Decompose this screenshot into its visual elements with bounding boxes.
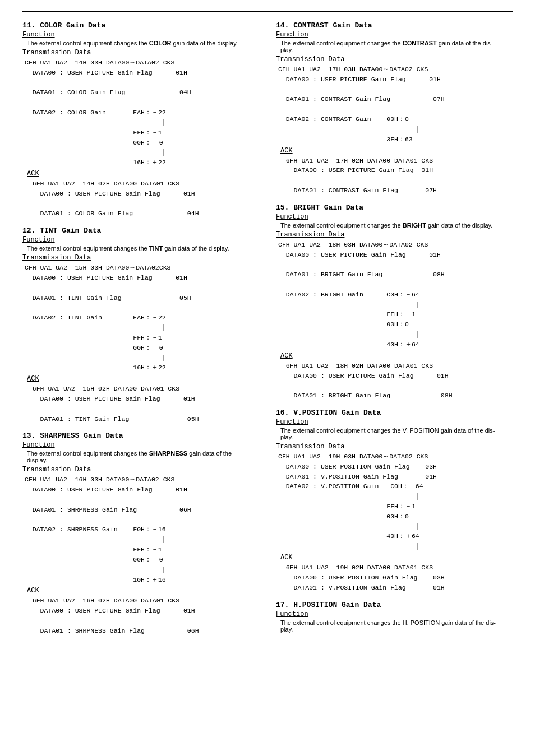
section-15-trans-data: CFH UA1 UA2 18H 03H DATA00～DATA02 CKS DA… bbox=[278, 240, 513, 350]
section-14: 14. CONTRAST Gain Data Function The exte… bbox=[276, 21, 513, 196]
section-15-subtitle: Function bbox=[276, 213, 513, 221]
section-16-trans-data: CFH UA1 UA2 19H 03H DATA00～DATA02 CKS DA… bbox=[278, 452, 513, 551]
section-13-description: The external control equipment changes t… bbox=[27, 450, 259, 463]
section-13-trans-data: CFH UA1 UA2 16H 03H DATA00～DATA02 CKS DA… bbox=[25, 475, 259, 585]
section-14-ack-data: 6FH UA1 UA2 17H 02H DATA00 DATA01 CKS DA… bbox=[278, 156, 513, 196]
section-13-title: 13. SHARPNESS Gain Data bbox=[22, 432, 259, 440]
section-14-ack-label: ACK bbox=[280, 147, 513, 155]
section-12-subtitle: Function bbox=[22, 236, 259, 244]
section-16-ack-label: ACK bbox=[280, 554, 513, 562]
page-divider bbox=[22, 11, 513, 12]
left-column: 11. COLOR Gain Data Function The externa… bbox=[22, 21, 259, 644]
section-14-trans-label: Transmission Data bbox=[276, 55, 513, 63]
right-column: 14. CONTRAST Gain Data Function The exte… bbox=[276, 21, 513, 644]
section-15-trans-label: Transmission Data bbox=[276, 231, 513, 239]
section-16-description: The external control equipment changes t… bbox=[280, 427, 513, 440]
section-11-subtitle: Function bbox=[22, 31, 259, 39]
section-12: 12. TINT Gain Data Function The external… bbox=[22, 226, 259, 424]
section-13-trans-label: Transmission Data bbox=[22, 466, 259, 474]
section-12-trans-data: CFH UA1 UA2 15H 03H DATA00～DATA02CKS DAT… bbox=[25, 263, 259, 373]
section-17-title: 17. H.POSITION Gain Data bbox=[276, 601, 513, 609]
section-17-description: The external control equipment changes t… bbox=[280, 619, 513, 633]
section-11-trans-label: Transmission Data bbox=[22, 49, 259, 57]
section-11-trans-data: CFH UA1 UA2 14H 03H DATA00～DATA02 CKS DA… bbox=[25, 58, 259, 168]
section-15-ack-label: ACK bbox=[280, 352, 513, 360]
section-11-ack-data: 6FH UA1 UA2 14H 02H DATA00 DATA01 CKS DA… bbox=[25, 179, 259, 219]
section-12-title: 12. TINT Gain Data bbox=[22, 226, 259, 235]
section-14-subtitle: Function bbox=[276, 31, 513, 39]
section-15-description: The external control equipment changes t… bbox=[280, 222, 513, 229]
section-11-description: The external control equipment changes t… bbox=[27, 40, 259, 47]
section-15-title: 15. BRIGHT Gain Data bbox=[276, 203, 513, 212]
section-16: 16. V.POSITION Gain Data Function The ex… bbox=[276, 409, 513, 593]
section-11: 11. COLOR Gain Data Function The externa… bbox=[22, 21, 259, 219]
section-11-ack-label: ACK bbox=[27, 170, 259, 178]
two-column-layout: 11. COLOR Gain Data Function The externa… bbox=[22, 21, 513, 644]
section-17: 17. H.POSITION Gain Data Function The ex… bbox=[276, 601, 513, 633]
section-14-description: The external control equipment changes t… bbox=[280, 40, 513, 53]
section-13-ack-data: 6FH UA1 UA2 16H 02H DATA00 DATA01 CKS DA… bbox=[25, 596, 259, 636]
section-15-ack-data: 6FH UA1 UA2 18H 02H DATA00 DATA01 CKS DA… bbox=[278, 361, 513, 401]
section-11-title: 11. COLOR Gain Data bbox=[22, 21, 259, 30]
section-14-trans-data: CFH UA1 UA2 17H 03H DATA00～DATA02 CKS DA… bbox=[278, 64, 513, 145]
section-12-description: The external control equipment changes t… bbox=[27, 245, 259, 252]
section-13-subtitle: Function bbox=[22, 441, 259, 449]
section-16-subtitle: Function bbox=[276, 418, 513, 426]
section-14-title: 14. CONTRAST Gain Data bbox=[276, 21, 513, 30]
section-12-trans-label: Transmission Data bbox=[22, 254, 259, 262]
section-15: 15. BRIGHT Gain Data Function The extern… bbox=[276, 203, 513, 401]
section-16-title: 16. V.POSITION Gain Data bbox=[276, 409, 513, 417]
section-16-ack-data: 6FH UA1 UA2 19H 02H DATA00 DATA01 CKS DA… bbox=[278, 563, 513, 592]
section-17-subtitle: Function bbox=[276, 610, 513, 618]
section-13: 13. SHARPNESS Gain Data Function The ext… bbox=[22, 432, 259, 636]
section-12-ack-data: 6FH UA1 UA2 15H 02H DATA00 DATA01 CKS DA… bbox=[25, 384, 259, 424]
section-13-ack-label: ACK bbox=[27, 587, 259, 595]
section-16-trans-label: Transmission Data bbox=[276, 443, 513, 451]
section-12-ack-label: ACK bbox=[27, 375, 259, 383]
